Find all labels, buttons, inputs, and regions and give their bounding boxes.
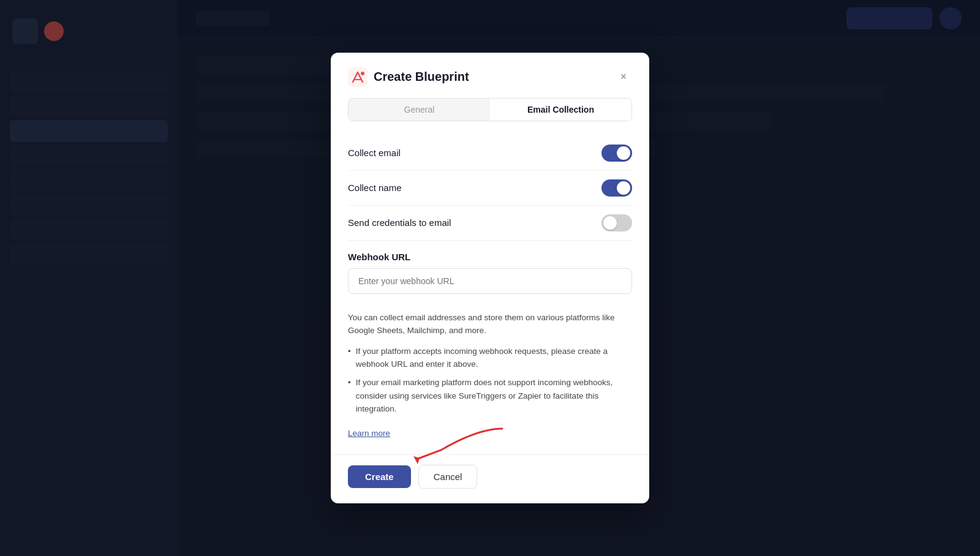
send-credentials-thumb [603, 216, 617, 230]
modal-title: Create Blueprint [374, 70, 469, 84]
collect-name-toggle[interactable] [601, 179, 632, 197]
webhook-label: Webhook URL [348, 252, 632, 262]
collect-email-row: Collect email [348, 136, 632, 171]
collect-name-track [601, 179, 632, 197]
modal-footer: Create Cancel [331, 454, 649, 503]
collect-email-thumb [617, 146, 630, 160]
modal-body: Collect email Collect name [331, 136, 649, 455]
collect-email-label: Collect email [348, 148, 401, 158]
create-button[interactable]: Create [348, 465, 411, 488]
info-bullet-1: If your platform accepts incoming webhoo… [348, 342, 632, 374]
learn-more-link[interactable]: Learn more [348, 427, 390, 440]
cancel-button[interactable]: Cancel [418, 465, 478, 489]
info-text: You can collect email addresses and stor… [348, 301, 632, 455]
info-bullet-2: If your email marketing platform does no… [348, 374, 632, 418]
send-credentials-track [601, 214, 632, 231]
collect-email-toggle[interactable] [601, 145, 632, 162]
modal-overlay: Create Blueprint × General Email Collect… [0, 0, 980, 556]
modal-title-wrap: Create Blueprint [348, 67, 469, 87]
close-button[interactable]: × [615, 69, 632, 86]
send-credentials-label: Send credentials to email [348, 217, 451, 228]
info-description: You can collect email addresses and stor… [348, 313, 614, 336]
tab-bar: General Email Collection [348, 98, 632, 121]
collect-name-thumb [617, 181, 630, 195]
svg-rect-0 [348, 67, 368, 87]
tab-email-collection[interactable]: Email Collection [490, 99, 631, 121]
info-list: If your platform accepts incoming webhoo… [348, 337, 632, 423]
modal-header: Create Blueprint × [331, 53, 649, 98]
collect-name-label: Collect name [348, 182, 402, 193]
webhook-url-input[interactable] [348, 268, 632, 294]
blueprint-icon [348, 67, 368, 87]
svg-point-1 [361, 72, 364, 75]
send-credentials-toggle[interactable] [601, 214, 632, 231]
create-blueprint-modal: Create Blueprint × General Email Collect… [331, 53, 649, 504]
collect-email-track [601, 145, 632, 162]
collect-name-row: Collect name [348, 171, 632, 206]
webhook-section: Webhook URL [348, 241, 632, 301]
tab-general[interactable]: General [349, 99, 490, 121]
send-credentials-row: Send credentials to email [348, 206, 632, 241]
